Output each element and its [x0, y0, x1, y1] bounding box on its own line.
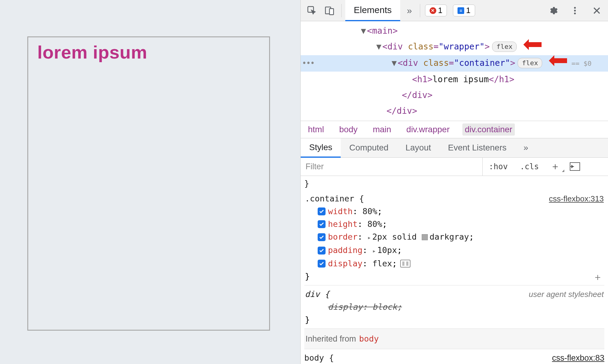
dom-node-wrapper-close[interactable]: </div> [301, 103, 608, 119]
preview-heading: lorem ipsum [37, 42, 260, 63]
selected-marker: == $0 [571, 60, 591, 67]
prop-display[interactable]: display: flex; [305, 257, 604, 270]
devtools-toolbar: Elements » ✕ 1 ≡ 1 [301, 0, 608, 21]
dom-node-main[interactable]: ▼<main> [301, 23, 608, 39]
breadcrumb: html body main div.wrapper div.container [301, 121, 608, 138]
rule-close-brace: } [305, 270, 604, 283]
expand-shorthand-icon[interactable]: ▸ [367, 234, 371, 241]
flex-badge[interactable]: flex [492, 42, 517, 52]
styles-rules: } css-flexbox:313 .container { width: 80… [301, 176, 608, 364]
error-count: 1 [438, 6, 442, 15]
rule-container[interactable]: css-flexbox:313 .container { width: 80%;… [304, 190, 604, 285]
close-icon[interactable] [589, 2, 605, 19]
cls-toggle[interactable]: .cls [514, 162, 545, 171]
dom-tree[interactable]: ▼<main> ▼<div class="wrapper">flex ••• ▼… [301, 21, 608, 121]
prop-toggle-checkbox[interactable] [318, 247, 326, 254]
svg-point-5 [574, 12, 576, 14]
kebab-menu-icon[interactable] [567, 2, 583, 19]
rule-source-link[interactable]: css-flexbox:83 [552, 352, 604, 364]
flexbox-editor-icon[interactable] [400, 260, 410, 268]
rule-close-brace: } [305, 313, 604, 326]
line-actions-icon[interactable]: ••• [302, 55, 314, 71]
prop-display-ua: display: block; [305, 301, 604, 313]
rule-source-ua: user agent stylesheet [529, 288, 604, 301]
prop-toggle-checkbox[interactable] [318, 220, 326, 228]
dom-node-container[interactable]: ••• ▼<div class="container">flex== $0 [301, 55, 608, 72]
error-icon: ✕ [430, 7, 436, 14]
inherited-from-tag[interactable]: body [359, 334, 379, 343]
crumb-wrapper[interactable]: div.wrapper [404, 123, 452, 136]
console-errors-badge[interactable]: ✕ 1 [425, 5, 447, 16]
rule-source-link[interactable]: css-flexbox:313 [549, 192, 604, 205]
devtools-panel: Elements » ✕ 1 ≡ 1 ▼<main> [300, 0, 608, 364]
crumb-body[interactable]: body [337, 123, 360, 136]
tab-elements[interactable]: Elements [345, 0, 400, 21]
svg-point-3 [574, 7, 576, 8]
crumb-html[interactable]: html [306, 123, 326, 136]
add-property-button[interactable]: ＋ [593, 271, 603, 283]
device-toggle-icon[interactable] [321, 2, 338, 19]
hov-toggle[interactable]: :hov [483, 162, 514, 171]
dom-node-wrapper[interactable]: ▼<div class="wrapper">flex [301, 39, 608, 55]
prop-width[interactable]: width: 80%; [305, 205, 604, 218]
prop-toggle-checkbox[interactable] [318, 207, 326, 215]
prop-toggle-checkbox[interactable] [318, 233, 326, 241]
page-preview: lorem ipsum [0, 0, 300, 364]
prop-height[interactable]: height: 80%; [305, 218, 604, 231]
subtab-event-listeners[interactable]: Event Listeners [440, 138, 515, 157]
rule-brace-close: } [304, 177, 604, 190]
settings-icon[interactable] [545, 2, 561, 19]
crumb-main[interactable]: main [370, 123, 394, 136]
crumb-container[interactable]: div.container [462, 123, 515, 136]
computed-sidebar-toggle-icon[interactable] [570, 162, 580, 171]
divider [420, 4, 420, 17]
issue-icon: ≡ [458, 7, 464, 14]
dom-node-h1[interactable]: <h1>lorem ipsum</h1> [301, 72, 608, 87]
annotation-arrow-icon [549, 55, 567, 71]
subtab-styles[interactable]: Styles [301, 138, 341, 158]
dom-node-container-close[interactable]: </div> [301, 87, 608, 103]
rule-selector[interactable]: body { [304, 353, 334, 362]
svg-point-4 [574, 10, 576, 12]
inspect-icon[interactable] [304, 2, 320, 19]
expand-shorthand-icon[interactable]: ▸ [372, 247, 376, 254]
color-swatch[interactable] [422, 234, 428, 240]
more-tabs-icon[interactable]: » [401, 5, 417, 16]
subtab-layout[interactable]: Layout [397, 138, 439, 157]
issue-count: 1 [466, 6, 470, 15]
prop-toggle-checkbox[interactable] [318, 260, 326, 268]
svg-rect-2 [329, 8, 333, 15]
console-issues-badge[interactable]: ≡ 1 [453, 5, 475, 16]
annotation-arrow-icon [523, 39, 542, 55]
rule-body-partial[interactable]: css-flexbox:83 body { [304, 349, 604, 364]
prop-border[interactable]: border: ▸2px solid darkgray; [305, 231, 604, 244]
divider [341, 4, 342, 17]
styles-filter-input[interactable] [301, 158, 483, 176]
inherited-from-section: Inherited frombody [304, 329, 604, 349]
new-style-rule-button[interactable]: ＋ [545, 160, 566, 173]
container-box: lorem ipsum [27, 36, 270, 331]
styles-subtabs: Styles Computed Layout Event Listeners » [301, 138, 608, 158]
flex-badge[interactable]: flex [518, 58, 542, 68]
subtab-computed[interactable]: Computed [341, 138, 397, 157]
prop-padding[interactable]: padding: ▸10px; [305, 244, 604, 257]
more-subtabs-icon[interactable]: » [515, 138, 537, 157]
styles-filter-bar: :hov .cls ＋ [301, 158, 608, 176]
rule-div-ua: user agent stylesheet div { display: blo… [304, 285, 604, 329]
